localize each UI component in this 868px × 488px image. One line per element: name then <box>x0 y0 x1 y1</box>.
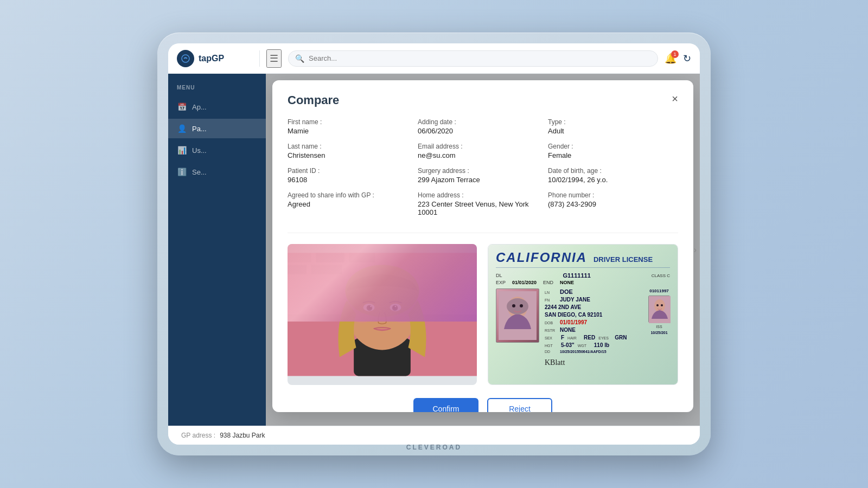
agreed-label: Agreed to share info with GP : <box>288 191 418 199</box>
exp-value: 01/01/2020 <box>512 280 537 285</box>
id-signature: KBlatt <box>496 358 670 367</box>
profile-photo <box>288 244 477 385</box>
search-input[interactable] <box>309 54 651 62</box>
hgt-value: 5-03" <box>561 342 575 348</box>
sex-label: SEX <box>545 336 558 340</box>
id-small-photo-svg <box>649 296 671 323</box>
dob-value: 10/02/1994, 26 y.o. <box>548 176 678 184</box>
home-address-row: Home address : 223 Center Street Venus, … <box>418 191 548 216</box>
action-buttons: Confirm Reject <box>288 398 678 412</box>
right-arrow-icon[interactable]: › <box>694 245 697 255</box>
id-card: CALIFORNIA DRIVER LICENSE DL G1111111 CL… <box>488 245 678 384</box>
info-grid: First name : Mamie Last name : Christens… <box>288 118 678 233</box>
dob-row: Date of birth, age : 10/02/1994, 26 y.o. <box>548 167 678 184</box>
id-right-section: 01011997 <box>648 288 670 355</box>
city-value: SAN DIEGO, CA 92101 <box>545 312 602 318</box>
patient-id-value: 96108 <box>288 176 418 184</box>
id-photo <box>496 288 539 343</box>
dob-label: Date of birth, age : <box>548 167 678 175</box>
type-label: Type : <box>548 118 678 126</box>
agreed-row: Agreed to share info with GP : Agreed <box>288 191 418 208</box>
topbar-divider <box>259 50 260 67</box>
id-exp-row: EXP 01/01/2020 END NONE <box>496 280 670 285</box>
first-name-row: First name : Mamie <box>288 118 418 135</box>
id-photo-svg <box>499 291 537 340</box>
patient-id-label: Patient ID : <box>288 167 418 175</box>
brand-footer: CLEVEROAD <box>406 444 462 451</box>
surgery-address-label: Surgery address : <box>418 167 548 175</box>
id-rstr-row: RSTR NONE <box>545 327 643 333</box>
confirm-button[interactable]: Confirm <box>413 398 478 412</box>
svg-point-26 <box>520 304 523 307</box>
id-card-header: CALIFORNIA DRIVER LICENSE <box>496 250 670 268</box>
bottom-bar: GP adress : 938 Jazbu Park <box>168 426 700 445</box>
modal-overlay: Compare × First name : Mamie <box>266 74 700 426</box>
sex-value: F <box>561 335 564 341</box>
top-bar-actions: 🔔 1 ↻ <box>665 53 691 65</box>
dl-label: DL <box>496 273 502 278</box>
id-dd-row: DD 10/25/201550641/AAFD/15 <box>545 350 643 354</box>
id-dl-row: DL G1111111 CLASS C <box>496 272 670 279</box>
ln-value: DOE <box>560 288 573 295</box>
adding-date-label: Adding date : <box>418 118 548 126</box>
fn-label: FN <box>545 298 558 302</box>
svg-point-30 <box>661 304 663 306</box>
dl-number: G1111111 <box>563 272 590 279</box>
sidebar-item-label: Us... <box>192 146 207 155</box>
reject-button[interactable]: Reject <box>487 398 552 412</box>
notification-badge: 1 <box>671 50 679 58</box>
phone-value: (873) 243-2909 <box>548 200 678 208</box>
patients-icon: 👤 <box>177 124 187 133</box>
iss-label: ISS <box>656 325 662 329</box>
menu-label: MENU <box>168 82 266 95</box>
sidebar-item-settings[interactable]: ℹ️ Se... <box>168 162 266 182</box>
patient-id-row: Patient ID : 96108 <box>288 167 418 184</box>
id-dob-row: DOB 01/01/1997 <box>545 319 643 325</box>
close-button[interactable]: × <box>667 91 682 106</box>
refresh-button[interactable]: ↻ <box>683 53 691 65</box>
search-icon: 🔍 <box>295 54 304 63</box>
iss-value: 10/25/201 <box>650 331 667 335</box>
eyes-value: GRN <box>615 335 627 341</box>
id-address-row: 2244 2ND AVE <box>545 304 643 310</box>
svg-point-29 <box>656 304 659 306</box>
type-value: Adult <box>548 127 678 135</box>
rstr-label: RSTR <box>545 329 558 332</box>
notifications-button[interactable]: 🔔 1 <box>665 53 676 65</box>
search-area[interactable]: 🔍 <box>288 50 658 67</box>
phone-row: Phone number : (873) 243-2909 <box>548 191 678 208</box>
gender-row: Gender : Female <box>548 143 678 159</box>
app-container: tapGP ☰ 🔍 🔔 1 ↻ MENU 📅 <box>168 43 700 445</box>
id-card-container: CALIFORNIA DRIVER LICENSE DL G1111111 CL… <box>488 244 678 385</box>
gp-address-value: 938 Jazbu Park <box>220 432 265 439</box>
hair-label: HAIR <box>567 336 580 340</box>
end-value: NONE <box>560 280 574 285</box>
sidebar-item-patients[interactable]: 👤 Pa... <box>168 119 266 138</box>
sidebar-item-users[interactable]: 📊 Us... <box>168 140 266 160</box>
appointments-icon: 📅 <box>177 102 187 111</box>
wall-background <box>288 244 477 322</box>
sidebar-item-appointments[interactable]: 📅 Ap... <box>168 97 266 117</box>
id-physical-row: SEX F HAIR RED EYES GRN <box>545 335 643 341</box>
dd-value: 10/25/201550641/AAFD/15 <box>560 350 607 354</box>
email-label: Email address : <box>418 143 548 150</box>
address-value: 2244 2ND AVE <box>545 304 581 310</box>
id-fields: LN DOE FN JUDY JANE <box>545 288 643 355</box>
id-ln-row: LN DOE <box>545 288 643 295</box>
exp-label: EXP <box>496 280 506 285</box>
menu-button[interactable]: ☰ <box>266 49 282 68</box>
wgt-value: 110 lb <box>594 342 609 348</box>
gp-address-label: GP adress : <box>181 432 215 439</box>
profile-photo-container <box>288 244 477 385</box>
last-name-value: Christensen <box>288 151 418 159</box>
svg-point-25 <box>512 304 515 307</box>
phone-label: Phone number : <box>548 191 678 199</box>
ln-label: LN <box>545 291 558 294</box>
compare-modal: Compare × First name : Mamie <box>272 80 693 412</box>
id-city-row: SAN DIEGO, CA 92101 <box>545 312 643 318</box>
id-hgt-row: HGT 5-03" WGT 110 lb <box>545 342 643 348</box>
wgt-label: WGT <box>578 344 591 348</box>
eyes-label: EYES <box>598 336 611 340</box>
fn-value: JUDY JANE <box>560 297 590 303</box>
images-section: CALIFORNIA DRIVER LICENSE DL G1111111 CL… <box>288 244 678 385</box>
